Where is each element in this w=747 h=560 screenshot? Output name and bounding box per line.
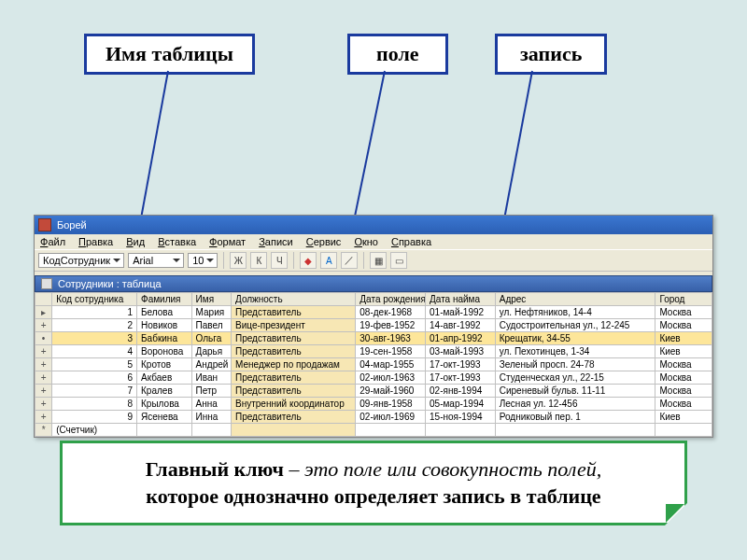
menubar[interactable]: ФайлПравкаВидВставкаФорматЗаписиСервисОк…	[35, 234, 712, 249]
cell[interactable]: 04-мар-1955	[356, 358, 426, 371]
cell[interactable]	[426, 424, 496, 437]
cell[interactable]: Лесная ул. 12-456	[495, 398, 655, 411]
cell[interactable]: ул. Нефтяников, 14-4	[495, 306, 655, 319]
cell[interactable]: 14-авг-1992	[426, 319, 496, 332]
cell[interactable]: 1	[52, 306, 137, 319]
menu-item[interactable]: Сервис	[306, 236, 342, 247]
field-name-combo[interactable]: КодСотрудник	[38, 253, 124, 268]
cell[interactable]: Менеджер по продажам	[232, 358, 356, 371]
cell[interactable]: Представитель	[232, 332, 356, 345]
cell[interactable]: Бабкина	[137, 332, 192, 345]
size-combo[interactable]: 10	[188, 253, 218, 268]
select-all-cell[interactable]	[35, 293, 52, 306]
column-header[interactable]: Город	[655, 293, 712, 306]
cell[interactable]: 2	[52, 319, 137, 332]
column-header[interactable]: Код сотрудника	[52, 293, 137, 306]
font-combo[interactable]: Arial	[128, 253, 184, 268]
cell[interactable]: 30-авг-1963	[356, 332, 426, 345]
cell[interactable]: 03-май-1993	[426, 345, 496, 358]
grid-button[interactable]: ▦	[370, 252, 387, 269]
row-selector[interactable]: +	[35, 385, 52, 398]
cell[interactable]: 01-май-1992	[426, 306, 496, 319]
app-titlebar[interactable]: Борей	[35, 216, 712, 234]
cell[interactable]: 8	[52, 398, 137, 411]
cell[interactable]: 5	[52, 358, 137, 371]
cell[interactable]: 7	[52, 385, 137, 398]
column-header[interactable]: Должность	[232, 293, 356, 306]
cell[interactable]: Москва	[655, 398, 712, 411]
cell[interactable]: Москва	[655, 385, 712, 398]
cell[interactable]: Анна	[191, 398, 231, 411]
cell[interactable]: 17-окт-1993	[426, 371, 496, 385]
cell[interactable]: Мария	[191, 306, 231, 319]
datasheet-titlebar[interactable]: Сотрудники : таблица	[35, 275, 712, 292]
cell[interactable]: 08-дек-1968	[356, 306, 426, 319]
cell[interactable]: Представитель	[232, 371, 356, 385]
cell[interactable]: Крещатик, 34-55	[495, 332, 655, 345]
cell[interactable]: Зеленый просп. 24-78	[495, 358, 655, 371]
column-header[interactable]: Имя	[191, 293, 231, 306]
column-header[interactable]: Дата найма	[426, 293, 496, 306]
menu-item[interactable]: Формат	[209, 236, 246, 247]
cell[interactable]: Представитель	[232, 345, 356, 358]
cell[interactable]: Студенческая ул., 22-15	[495, 371, 655, 385]
row-selector[interactable]: +	[35, 411, 52, 424]
menu-item[interactable]: Вид	[126, 236, 145, 247]
table-row[interactable]: +9ЯсеневаИннаПредставитель02-июл-196915-…	[35, 411, 712, 424]
cell[interactable]: 02-июл-1969	[356, 411, 426, 424]
cell[interactable]: 09-янв-1958	[356, 398, 426, 411]
cell[interactable]: Павел	[191, 319, 231, 332]
cell[interactable]: 17-окт-1993	[426, 358, 496, 371]
cell[interactable]: Кротов	[137, 358, 192, 371]
row-selector[interactable]: +	[35, 371, 52, 385]
bold-button[interactable]: Ж	[230, 252, 247, 269]
menu-item[interactable]: Правка	[78, 236, 113, 247]
cell[interactable]: Внутренний координатор	[232, 398, 356, 411]
cell[interactable]: Воронова	[137, 345, 192, 358]
line-color-button[interactable]: ／	[341, 252, 358, 269]
cell[interactable]: Инна	[191, 411, 231, 424]
table-row[interactable]: +5КротовАндрейМенеджер по продажам04-мар…	[35, 358, 712, 371]
new-record-row[interactable]: *(Счетчик)	[35, 424, 712, 437]
table-row[interactable]: +2НовиковПавелВице-президент19-фев-19521…	[35, 319, 712, 332]
cell[interactable]: Новиков	[137, 319, 192, 332]
cell[interactable]: Представитель	[232, 411, 356, 424]
cell[interactable]: 9	[52, 411, 137, 424]
cell[interactable]	[137, 424, 192, 437]
row-selector[interactable]: +	[35, 319, 52, 332]
cell[interactable]: Представитель	[232, 385, 356, 398]
cell[interactable]: (Счетчик)	[52, 424, 137, 437]
cell[interactable]: Москва	[655, 358, 712, 371]
menu-item[interactable]: Вставка	[158, 236, 196, 247]
menu-item[interactable]: Окно	[354, 236, 378, 247]
row-selector[interactable]: •	[35, 332, 52, 345]
menu-item[interactable]: Записи	[259, 236, 293, 247]
menu-item[interactable]: Справка	[391, 236, 431, 247]
cell[interactable]: 15-ноя-1994	[426, 411, 496, 424]
row-selector[interactable]: +	[35, 358, 52, 371]
table-row[interactable]: •3БабкинаОльгаПредставитель30-авг-196301…	[35, 332, 712, 345]
cell[interactable]: Киев	[655, 411, 712, 424]
column-header[interactable]: Фамилия	[137, 293, 192, 306]
table-row[interactable]: +6АкбаевИванПредставитель02-июл-196317-о…	[35, 371, 712, 385]
table-row[interactable]: +7КралевПетрПредставитель29-май-196002-я…	[35, 385, 712, 398]
column-header[interactable]: Дата рождения	[356, 293, 426, 306]
table-row[interactable]: ▸1БеловаМарияПредставитель08-дек-196801-…	[35, 306, 712, 319]
cell[interactable]: 02-июл-1963	[356, 371, 426, 385]
cell[interactable]: Вице-президент	[232, 319, 356, 332]
cell[interactable]: Ясенева	[137, 411, 192, 424]
cell[interactable]: Крылова	[137, 398, 192, 411]
row-selector[interactable]: +	[35, 398, 52, 411]
table-row[interactable]: +8КрыловаАннаВнутренний координатор09-ян…	[35, 398, 712, 411]
cell[interactable]: Родниковый пер. 1	[495, 411, 655, 424]
data-table[interactable]: Код сотрудникаФамилияИмяДолжностьДата ро…	[35, 292, 712, 437]
row-selector[interactable]: +	[35, 345, 52, 358]
cell[interactable]: Представитель	[232, 306, 356, 319]
cell[interactable]: Белова	[137, 306, 192, 319]
cell[interactable]: 05-мар-1994	[426, 398, 496, 411]
cell[interactable]	[655, 424, 712, 437]
cell[interactable]: Дарья	[191, 345, 231, 358]
cell[interactable]: Москва	[655, 319, 712, 332]
cell[interactable]: Андрей	[191, 358, 231, 371]
cell[interactable]: 6	[52, 371, 137, 385]
